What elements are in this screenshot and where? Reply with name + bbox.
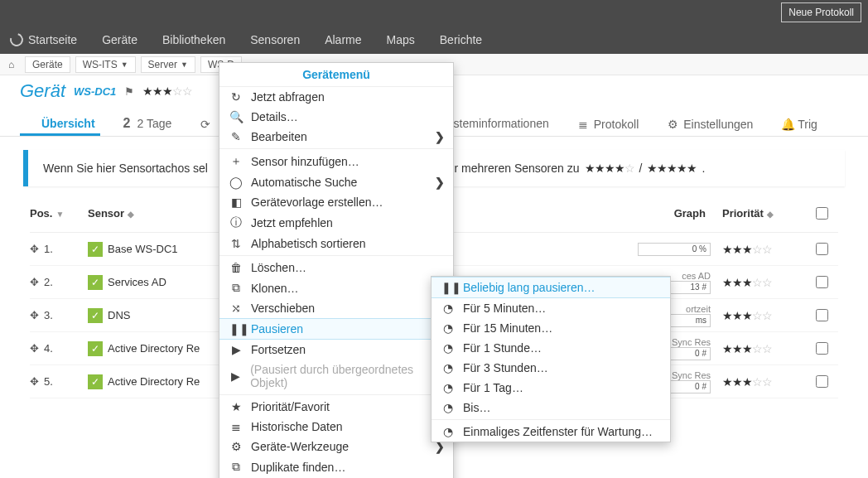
row-checkbox[interactable]	[816, 342, 828, 355]
submenu-item[interactable]: ◔Einmaliges Zeitfenster für Wartung…	[432, 422, 670, 442]
ctx-item[interactable]: ★Priorität/Favorit	[219, 397, 453, 417]
submenu-item-icon: ◔	[441, 302, 455, 315]
nav-maps[interactable]: Maps	[387, 33, 415, 46]
row-checkbox[interactable]	[816, 309, 828, 321]
move-handle-icon[interactable]: ✥	[30, 243, 39, 255]
col-prio[interactable]: Priorität◆	[722, 207, 805, 220]
device-label: Gerät	[20, 80, 65, 102]
submenu-item[interactable]: ◔Für 3 Stunden…	[432, 358, 670, 378]
row-priority[interactable]: ★★★☆☆	[722, 375, 772, 389]
ctx-item[interactable]: ⤭Verschieben❯	[219, 298, 453, 318]
ctx-item-icon: ＋	[229, 154, 243, 169]
ctx-item[interactable]: ＋Sensor hinzufügen…	[219, 151, 453, 172]
row-pos: 1.	[44, 243, 53, 255]
ctx-item-label: Jetzt empfehlen	[251, 216, 333, 229]
status-ok-icon: ✓	[88, 374, 103, 389]
row-priority[interactable]: ★★★☆☆	[722, 309, 772, 322]
sensor-name[interactable]: Active Directory Re	[108, 342, 200, 355]
move-handle-icon[interactable]: ✥	[30, 342, 39, 355]
crumb-devices[interactable]: Geräte	[25, 56, 70, 73]
ctx-item[interactable]: ▶Fortsetzen	[219, 340, 453, 360]
crumb-wsits[interactable]: WS-ITS ▼	[75, 56, 136, 73]
ctx-item-label: Details…	[251, 110, 298, 123]
ctx-item[interactable]: ⧉Duplikate finden…	[219, 456, 453, 477]
pause-submenu[interactable]: ❚❚Beliebig lang pausieren…◔Für 5 Minuten…	[431, 276, 671, 442]
tab-2days[interactable]: 22 Tage	[118, 116, 177, 136]
tab-overview[interactable]: Übersicht	[20, 117, 100, 136]
ctx-item[interactable]: ↻Jetzt abfragen	[219, 87, 453, 107]
submenu-item[interactable]: ◔Für 1 Tag…	[432, 378, 670, 398]
nav-devices[interactable]: Geräte	[102, 33, 137, 46]
ctx-item[interactable]: ✎Bearbeiten❯	[219, 127, 453, 147]
ctx-item[interactable]: ⧉Klonen…	[219, 278, 453, 298]
row-priority[interactable]: ★★★☆☆	[722, 243, 772, 256]
status-ok-icon: ✓	[88, 242, 103, 257]
crumb-server[interactable]: Server ▼	[141, 56, 195, 73]
submenu-item-label: Für 5 Minuten…	[463, 302, 546, 315]
nav-alarms[interactable]: Alarme	[325, 33, 361, 46]
flag-icon[interactable]: ⚑	[124, 85, 134, 98]
submenu-item[interactable]: ◔Für 1 Stunde…	[432, 338, 670, 358]
tab-settings[interactable]: ⚙Einstellungen	[662, 118, 758, 136]
row-priority[interactable]: ★★★☆☆	[722, 276, 772, 289]
ctx-item-label: Bearbeiten	[251, 130, 307, 143]
ctx-item-label: Geräte-Werkzeuge	[251, 440, 349, 453]
device-rating[interactable]: ★★★☆☆	[142, 84, 192, 98]
ctx-item[interactable]: ◯Automatische Suche❯	[219, 172, 453, 192]
row-checkbox[interactable]	[816, 243, 828, 255]
select-all-checkbox[interactable]	[816, 207, 828, 220]
ctx-item-icon: 🗑	[229, 261, 243, 274]
refresh-icon: ⟳	[200, 118, 211, 131]
tab-hidden1[interactable]: ⟳	[195, 118, 216, 136]
move-handle-icon[interactable]: ✥	[30, 375, 39, 388]
device-context-menu[interactable]: Gerätemenü ↻Jetzt abfragen🔍Details…✎Bear…	[219, 62, 454, 478]
nav-reports[interactable]: Berichte	[440, 33, 482, 46]
ctx-item-label: Automatische Suche	[251, 176, 357, 189]
nav-libraries[interactable]: Bibliotheken	[162, 33, 225, 46]
submenu-item-icon: ◔	[441, 341, 455, 355]
new-log-button[interactable]: Neue Protokoll	[781, 2, 861, 22]
sensor-name[interactable]: Services AD	[108, 276, 166, 288]
tab-protocol[interactable]: ≣Protokoll	[572, 118, 644, 136]
row-checkbox[interactable]	[816, 375, 828, 388]
graph-cell: 0 %	[618, 243, 722, 256]
submenu-item[interactable]: ◔Bis…	[432, 398, 670, 418]
ctx-item[interactable]: ⓘJetzt empfehlen	[219, 212, 453, 234]
ctx-item-icon: ⓘ	[229, 215, 243, 230]
ctx-item-icon: ⧉	[229, 281, 243, 295]
submenu-item[interactable]: ❚❚Beliebig lang pausieren…	[432, 277, 670, 298]
nav-sensors[interactable]: Sensoren	[250, 33, 300, 46]
submenu-arrow-icon: ❯	[435, 176, 445, 189]
home-icon[interactable]: ⌂	[8, 59, 20, 70]
tab-trigger[interactable]: 🔔Trig	[776, 118, 822, 136]
col-graph[interactable]: Graph	[618, 207, 722, 220]
row-pos: 4.	[44, 342, 53, 355]
ctx-item[interactable]: ◧Gerätevorlage erstellen…	[219, 192, 453, 212]
ctx-item[interactable]: 🔍Details…	[219, 107, 453, 127]
ctx-item[interactable]: ≣Historische Daten	[219, 417, 453, 437]
ctx-item-label: Sensor hinzufügen…	[251, 155, 359, 168]
ctx-item[interactable]: 🗑Löschen…	[219, 258, 453, 278]
submenu-item-label: Einmaliges Zeitfenster für Wartung…	[463, 425, 653, 438]
ctx-item[interactable]: ⇅Alphabetisch sortieren	[219, 234, 453, 253]
ctx-item[interactable]: ⚙Geräte-Werkzeuge❯	[219, 437, 453, 456]
ctx-item-label: Klonen…	[251, 282, 299, 295]
sensor-name[interactable]: DNS	[108, 309, 130, 321]
nav-start[interactable]: Startseite	[10, 33, 77, 46]
row-priority[interactable]: ★★★☆☆	[722, 342, 772, 355]
submenu-item-label: Für 1 Stunde…	[463, 341, 542, 355]
main-nav: Startseite Geräte Bibliotheken Sensoren …	[0, 25, 868, 54]
row-checkbox[interactable]	[816, 276, 828, 288]
sensor-name[interactable]: Active Directory Re	[108, 375, 200, 388]
submenu-item-label: Beliebig lang pausieren…	[463, 281, 596, 294]
move-handle-icon[interactable]: ✥	[30, 276, 39, 288]
submenu-item[interactable]: ◔Für 5 Minuten…	[432, 298, 670, 318]
overview-ring-icon	[25, 118, 36, 129]
ctx-item[interactable]: ❚❚Pausieren❯	[219, 318, 453, 340]
submenu-item-label: Für 15 Minuten…	[463, 321, 552, 335]
move-handle-icon[interactable]: ✥	[30, 309, 39, 321]
sensor-name[interactable]: Base WS-DC1	[108, 243, 178, 255]
ctx-item-label: Historische Daten	[251, 420, 343, 433]
col-pos[interactable]: Pos.▼	[30, 207, 88, 220]
submenu-item[interactable]: ◔Für 15 Minuten…	[432, 318, 670, 338]
